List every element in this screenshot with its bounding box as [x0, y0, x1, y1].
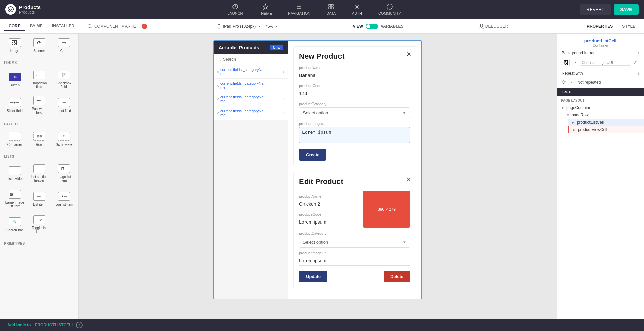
background-image-type-icon: 🖼: [562, 59, 570, 66]
component-spinner[interactable]: ⟳ Spinner: [27, 35, 51, 56]
component-password[interactable]: •••• Password field: [27, 93, 51, 118]
edit-product-title: Edit Product: [299, 177, 410, 186]
view-variables-toggle: VIEW VARIABLES: [348, 24, 409, 29]
container-icon: □: [9, 132, 21, 141]
background-image-upload-btn[interactable]: [632, 59, 639, 66]
canvas-content: Airtable_Products New c current.fields._…: [214, 41, 421, 299]
revert-button[interactable]: REVERT: [580, 4, 611, 15]
debugger-button[interactable]: DEBUGGER: [478, 24, 508, 29]
list-header: Airtable_Products New: [214, 41, 288, 54]
component-list-item[interactable]: —· List item: [27, 187, 51, 211]
svg-point-0: [8, 7, 13, 12]
component-list-section-header[interactable]: —·— List section header: [27, 161, 51, 186]
background-image-dropdown[interactable]: [572, 60, 579, 65]
component-large-image-list[interactable]: 🖼—— Large image list item: [3, 187, 27, 211]
product-name-input[interactable]: [299, 71, 410, 80]
component-dropdown[interactable]: ⌄— Dropdown field: [27, 67, 51, 92]
spinner-icon: ⟳: [33, 38, 45, 47]
produce-code-input[interactable]: [299, 89, 410, 98]
data-nav-item[interactable]: DATA: [318, 3, 344, 15]
tree-item-productviewcell[interactable]: ► productViewCell: [568, 126, 644, 133]
product-name-label: productName: [299, 66, 410, 70]
new-product-close[interactable]: ✕: [406, 51, 412, 58]
launch-nav-item[interactable]: LAUNCH: [219, 3, 251, 15]
tree-item-pagecontainer[interactable]: ▼ pageContainer: [557, 104, 644, 111]
list-search-input[interactable]: [223, 57, 284, 62]
primitives-section-label: PRIMITIVES: [0, 238, 78, 247]
save-button[interactable]: SAVE: [614, 4, 639, 15]
tab-installed[interactable]: INSTALLED: [47, 22, 79, 31]
repeat-icon: ⟳: [562, 79, 566, 85]
repeat-dropdown[interactable]: [568, 80, 575, 85]
tab-core[interactable]: CORE: [4, 22, 25, 31]
large-image-list-icon: 🖼——: [9, 190, 21, 199]
new-badge[interactable]: New: [270, 45, 283, 50]
list-item[interactable]: c current.fields._categoryName ›: [214, 92, 288, 106]
navigation-nav-item[interactable]: NAVIGATION: [280, 3, 318, 15]
tree-item-productlistcell[interactable]: ► productListCell: [568, 119, 644, 126]
tab-style[interactable]: STYLE: [617, 22, 640, 31]
tab-byme[interactable]: BY ME: [25, 22, 47, 31]
component-image-list-item[interactable]: 🖼— Image list item: [52, 161, 76, 186]
theme-nav-item[interactable]: THEME: [251, 3, 280, 15]
background-image-url-input[interactable]: [581, 60, 630, 66]
main-area: 🖼 Image ⟳ Spinner ▭ Card FORMS BTN Butto…: [0, 34, 644, 331]
app-name: Products: [19, 4, 41, 10]
auth-nav-item[interactable]: AUTH: [344, 3, 370, 15]
upload-icon: [634, 60, 638, 65]
canvas-frame[interactable]: Airtable_Products New c current.fields._…: [213, 40, 422, 299]
component-row[interactable]: ⊟⊟ Row: [27, 129, 51, 150]
list-item[interactable]: c current.fields._categoryName ›: [214, 79, 288, 92]
row-icon: ⊟⊟: [33, 132, 45, 141]
edit-product-close[interactable]: ✕: [406, 176, 412, 183]
component-icon-list[interactable]: ★— Icon list item: [52, 187, 76, 211]
component-slider[interactable]: —●— Slider field: [3, 93, 27, 118]
list-item[interactable]: c current.fields._categoryName ›: [214, 106, 288, 120]
edit-product-image-url-input[interactable]: [299, 256, 410, 266]
edit-product-category-select[interactable]: Select option: [299, 237, 410, 248]
product-category-select[interactable]: Select option: [299, 107, 410, 118]
search-bar-icon: 🔍: [9, 217, 21, 226]
update-button[interactable]: Update: [299, 271, 327, 282]
community-nav-item[interactable]: COMMUNITY: [370, 3, 409, 15]
list-item[interactable]: c current.fields._categoryName ›: [214, 65, 288, 79]
component-search-bar[interactable]: 🔍 Search bar: [3, 212, 27, 237]
page-layout-label: PAGE LAYOUT: [557, 96, 644, 104]
svg-rect-2: [329, 4, 331, 6]
component-checkbox[interactable]: ☑ Checkbox field: [52, 67, 76, 92]
list-section-icon: —·—: [33, 164, 45, 173]
component-card[interactable]: ▭ Card: [52, 35, 76, 56]
component-list-divider[interactable]: ——— List divider: [3, 161, 27, 186]
component-input[interactable]: |— Input field: [52, 93, 76, 118]
forms-section-label: FORMS: [0, 57, 78, 66]
edit-product-footer: Update Delete: [299, 271, 410, 282]
product-image-url-input[interactable]: Lorem ipsum: [299, 127, 410, 143]
device-selector[interactable]: iPad Pro (1024px): [217, 24, 261, 29]
add-logic-icon[interactable]: ↗: [76, 322, 83, 328]
tree-item-pagerow[interactable]: ▼ pageRow: [562, 111, 644, 119]
search-icon: [87, 24, 92, 29]
app-logo-area: Products Products: [5, 4, 41, 15]
selected-component-label: productListCell: [562, 38, 639, 43]
tree-header: TREE: [557, 88, 644, 96]
background-image-info-icon: ℹ: [638, 51, 639, 55]
create-button[interactable]: Create: [299, 149, 326, 161]
toolbar: CORE BY ME INSTALLED COMPONENT MARKET 3 …: [0, 19, 644, 34]
component-toggle-list[interactable]: —⊙ Toggle list item: [27, 212, 51, 237]
view-toggle-switch[interactable]: [366, 24, 378, 29]
icon-list-icon: ★—: [58, 192, 70, 201]
delete-button[interactable]: Delete: [384, 271, 410, 282]
edit-produce-code-input[interactable]: [299, 217, 359, 227]
component-scroll[interactable]: ⇕ Scroll view: [52, 129, 76, 150]
component-container[interactable]: □ Container: [3, 129, 27, 150]
edit-product-category-label: productCategory: [299, 231, 410, 235]
edit-product-name-input[interactable]: [299, 199, 359, 209]
tab-properties[interactable]: PROPERTIES: [582, 22, 617, 31]
svg-point-6: [88, 24, 91, 27]
repeat-dropdown-chevron: [570, 81, 573, 84]
list-scroll[interactable]: c current.fields._categoryName › c curre…: [214, 65, 288, 120]
zoom-selector[interactable]: 75%: [265, 24, 278, 29]
component-image[interactable]: 🖼 Image: [3, 35, 27, 56]
component-button[interactable]: BTN Button: [3, 67, 27, 92]
list-panel: Airtable_Products New c current.fields._…: [214, 41, 288, 120]
